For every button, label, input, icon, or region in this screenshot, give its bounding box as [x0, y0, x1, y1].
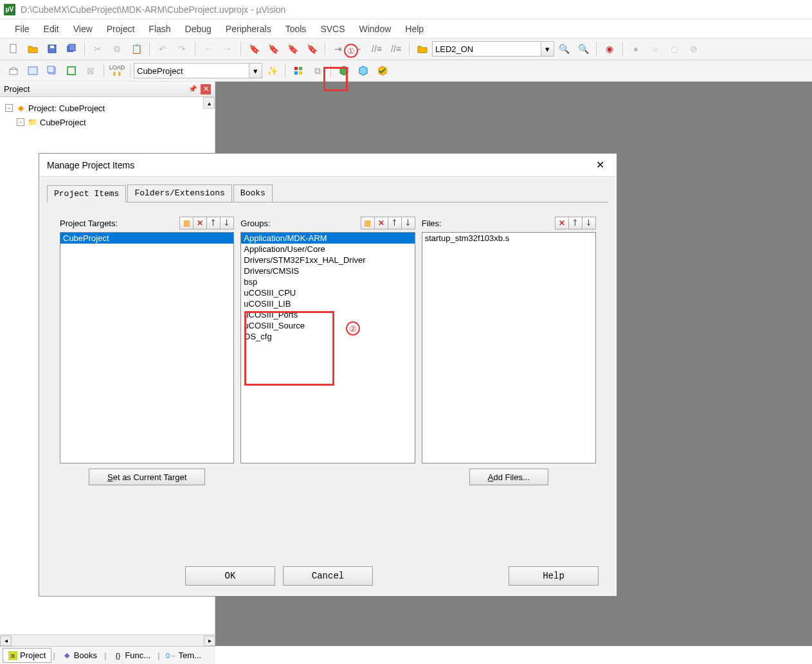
tab-functions[interactable]: {}Func...	[107, 648, 156, 663]
tab-project[interactable]: ≡Project	[3, 648, 51, 663]
menu-tools[interactable]: Tools	[278, 20, 314, 38]
build-icon[interactable]	[25, 63, 41, 78]
target-options-icon[interactable]: ✨	[264, 63, 280, 78]
find-icon[interactable]: 🔍	[556, 41, 572, 57]
new-group-icon[interactable]: ▦	[361, 217, 375, 229]
list-item[interactable]: Application/User/Core	[241, 244, 414, 255]
scroll-right-icon[interactable]: ▸	[204, 636, 215, 646]
tree-row-target[interactable]: − 📁 CubeProject	[3, 115, 212, 129]
scroll-up-icon[interactable]: ▴	[203, 97, 215, 109]
find-combo[interactable]	[432, 41, 541, 57]
list-item[interactable]: bsp	[241, 276, 414, 287]
list-item[interactable]: Application/MDK-ARM	[241, 233, 414, 244]
uncomment-icon[interactable]: //≡	[388, 41, 404, 57]
target-select-dropdown-icon[interactable]: ▾	[249, 63, 262, 78]
menu-debug[interactable]: Debug	[178, 20, 219, 38]
bookmark-clear-icon[interactable]: 🔖	[304, 41, 320, 57]
delete-file-icon[interactable]: ✕	[555, 217, 569, 229]
bookmark-icon[interactable]: 🔖	[246, 41, 262, 57]
toolbar-separator	[285, 64, 285, 78]
translate-icon[interactable]	[6, 63, 21, 78]
dialog-title: Manage Project Items	[47, 160, 134, 170]
close-panel-icon[interactable]: ✕	[201, 84, 211, 94]
move-down-icon[interactable]: 🡓	[220, 217, 234, 229]
list-item[interactable]: uCOSIII_CPU	[241, 287, 414, 298]
menu-peripherals[interactable]: Peripherals	[219, 20, 278, 38]
pin-icon[interactable]: 📌	[188, 84, 198, 94]
breakpoint-kill-icon[interactable]: ⊘	[686, 41, 701, 57]
breakpoint-insert-icon[interactable]: ●	[628, 41, 644, 57]
move-down-icon[interactable]: 🡓	[582, 217, 596, 229]
find-combo-dropdown-icon[interactable]: ▾	[541, 41, 554, 57]
nav-forward-icon[interactable]: →	[220, 41, 235, 57]
targets-listbox[interactable]: CubeProject	[60, 232, 234, 463]
list-item[interactable]: OS_cfg	[241, 331, 414, 342]
menu-flash[interactable]: Flash	[141, 20, 177, 38]
move-up-icon[interactable]: 🡑	[206, 217, 221, 229]
tab-books[interactable]: Books	[233, 184, 273, 202]
set-as-current-target-button[interactable]: Set as Current Target	[89, 469, 205, 485]
move-up-icon[interactable]: 🡑	[568, 217, 582, 229]
move-down-icon[interactable]: 🡓	[401, 217, 415, 229]
bookmark-next-icon[interactable]: 🔖	[285, 41, 300, 57]
help-button[interactable]: Help	[509, 566, 599, 586]
save-all-icon[interactable]	[64, 41, 79, 57]
list-item[interactable]: Drivers/STM32F1xx_HAL_Driver	[241, 255, 414, 265]
menu-svcs[interactable]: SVCS	[313, 20, 352, 38]
manage-rte-icon[interactable]	[356, 63, 371, 78]
groups-listbox[interactable]: Application/MDK-ARM Application/User/Cor…	[240, 232, 415, 463]
tree-row-project[interactable]: − ◆ Project: CubeProject	[3, 101, 212, 115]
debug-icon[interactable]: ◉	[602, 41, 617, 57]
copy-icon[interactable]: ⧉	[109, 41, 125, 57]
redo-icon[interactable]: ↷	[174, 41, 190, 57]
batch-build-icon[interactable]	[64, 63, 79, 78]
select-packs-icon[interactable]	[375, 63, 390, 78]
breakpoint-disable-icon[interactable]: ◌	[667, 41, 682, 57]
new-file-icon[interactable]	[6, 41, 21, 57]
close-icon[interactable]: ✕	[596, 159, 609, 172]
delete-group-icon[interactable]: ✕	[374, 217, 388, 229]
comment-icon[interactable]: //≡	[369, 41, 384, 57]
menu-help[interactable]: Help	[398, 20, 431, 38]
list-item[interactable]: uCOSIII_LIB	[241, 298, 414, 309]
find-in-files-icon[interactable]: 🔍	[575, 41, 591, 57]
add-files-button[interactable]: Add Files...	[469, 469, 548, 485]
stop-build-icon[interactable]: ⊠	[83, 63, 98, 78]
files-listbox[interactable]: startup_stm32f103xb.s	[422, 232, 596, 463]
breakpoint-enable-icon[interactable]: ○	[647, 41, 663, 57]
nav-back-icon[interactable]: ←	[201, 41, 216, 57]
paste-icon[interactable]: 📋	[129, 41, 144, 57]
ok-button[interactable]: OK	[185, 566, 275, 586]
delete-target-icon[interactable]: ✕	[193, 217, 207, 229]
scroll-left-icon[interactable]: ◂	[0, 636, 12, 646]
list-item[interactable]: uCOSIII_Ports	[241, 309, 414, 320]
undo-icon[interactable]: ↶	[155, 41, 170, 57]
menu-window[interactable]: Window	[352, 20, 399, 38]
tab-templates[interactable]: 0→Tem...	[161, 648, 207, 663]
list-item[interactable]: uCOSIII_Source	[241, 320, 414, 331]
target-select[interactable]	[134, 63, 249, 78]
new-target-icon[interactable]: ▦	[179, 217, 194, 229]
tree-collapse-icon[interactable]: −	[5, 104, 13, 112]
save-icon[interactable]	[44, 41, 60, 57]
move-up-icon[interactable]: 🡑	[388, 217, 402, 229]
cut-icon[interactable]: ✂	[90, 41, 105, 57]
tree-collapse-icon[interactable]: −	[17, 118, 24, 126]
find-folder-icon[interactable]	[415, 41, 430, 57]
menu-project[interactable]: Project	[100, 20, 142, 38]
open-file-icon[interactable]	[25, 41, 41, 57]
menu-edit[interactable]: Edit	[37, 20, 66, 38]
rebuild-icon[interactable]	[44, 63, 60, 78]
tab-project-items[interactable]: Project Items	[47, 185, 126, 202]
cancel-button[interactable]: Cancel	[283, 566, 373, 586]
bookmark-prev-icon[interactable]: 🔖	[266, 41, 281, 57]
list-item[interactable]: Drivers/CMSIS	[241, 265, 414, 276]
menu-file[interactable]: File	[8, 20, 37, 38]
tab-folders-extensions[interactable]: Folders/Extensions	[127, 184, 231, 202]
download-icon[interactable]: LOAD⬇⬇	[109, 63, 125, 78]
manage-project-items-icon[interactable]	[291, 63, 306, 78]
list-item[interactable]: CubeProject	[60, 233, 233, 244]
menu-view[interactable]: View	[66, 20, 100, 38]
list-item[interactable]: startup_stm32f103xb.s	[422, 233, 595, 244]
tab-books[interactable]: ◆Books	[57, 648, 103, 663]
